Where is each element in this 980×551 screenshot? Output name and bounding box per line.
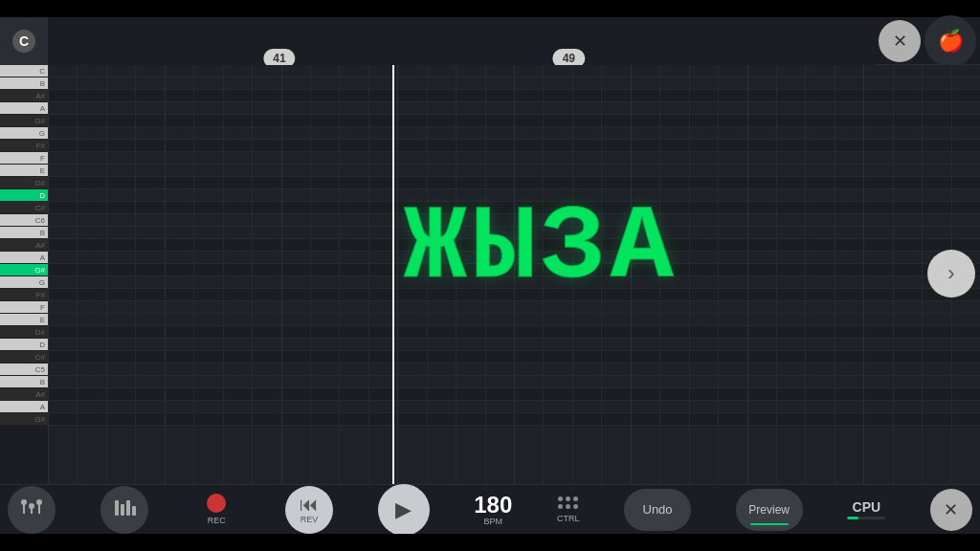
grid-vline	[631, 65, 632, 484]
rev-icon: ⏮	[300, 495, 319, 514]
bottom-toolbar: REC ⏮ REV ▶ 180 BPM	[0, 484, 980, 534]
piano-key[interactable]: G	[0, 276, 48, 289]
chevron-right-icon: ›	[947, 261, 954, 286]
piano-key[interactable]: F	[0, 152, 48, 165]
grid-vline	[747, 65, 748, 484]
ctrl-dot	[573, 504, 578, 509]
bpm-number: 180	[474, 494, 512, 517]
grid-vline	[572, 65, 573, 484]
right-panel: ›	[923, 130, 980, 417]
svg-rect-11	[132, 506, 136, 516]
ctrl-dot	[558, 496, 563, 501]
preview-underline	[750, 523, 789, 525]
piano-key[interactable]: B	[0, 77, 48, 90]
cpu-fill	[847, 517, 858, 519]
ctrl-label: CTRL	[557, 514, 580, 523]
ctrl-dot	[573, 496, 578, 501]
piano-key[interactable]: A#	[0, 90, 48, 102]
grid-vline	[281, 65, 282, 484]
piano-key[interactable]: A#	[0, 388, 48, 401]
grid-vline	[252, 65, 253, 484]
scroll-right-button[interactable]: ›	[927, 250, 975, 298]
fruit-button[interactable]: 🍎	[924, 15, 976, 67]
svg-point-5	[21, 499, 27, 505]
svg-point-7	[36, 499, 42, 505]
close-icon: ✕	[893, 31, 907, 52]
piano-key[interactable]: D	[0, 189, 48, 202]
grid-vline	[776, 65, 777, 484]
piano-key[interactable]: D#	[0, 326, 48, 339]
grid-vline	[48, 65, 49, 484]
grid-vline	[514, 65, 515, 484]
preview-button[interactable]: Preview	[736, 489, 803, 531]
play-button[interactable]: ▶	[378, 484, 430, 536]
piano-key[interactable]: D	[0, 339, 48, 351]
piano-key[interactable]: F#	[0, 289, 48, 301]
grid-vline	[893, 65, 894, 484]
grid-vline	[165, 65, 166, 484]
grid-vline	[339, 65, 340, 484]
grid-vline	[310, 65, 311, 484]
undo-button[interactable]: Undo	[624, 489, 691, 531]
top-bar	[0, 0, 980, 17]
piano-key[interactable]: A#	[0, 239, 48, 252]
grid-vline	[77, 65, 78, 484]
cpu-display[interactable]: CPU	[847, 499, 885, 519]
piano-key[interactable]: F#	[0, 140, 48, 152]
grid-vline	[106, 65, 107, 484]
piano-key[interactable]: C5	[0, 364, 48, 376]
mixer-icon	[20, 498, 43, 520]
piano-key[interactable]: C6	[0, 214, 48, 227]
screen: C 41 49 ✕ 🍎 CBA#AG#GF#FED#DC#C6BA#AG#GF#…	[0, 0, 980, 551]
grid-vline	[397, 65, 398, 484]
piano-key[interactable]: E	[0, 314, 48, 326]
svg-rect-9	[121, 504, 124, 516]
grid-vline	[835, 65, 835, 484]
rev-button[interactable]: ⏮ REV	[285, 486, 333, 534]
grid-vline	[485, 65, 486, 484]
bottom-bar	[0, 534, 980, 551]
piano-key[interactable]: G	[0, 127, 48, 140]
header: C 41 49	[0, 17, 980, 65]
grid-vline	[543, 65, 544, 484]
close-button[interactable]: ✕	[879, 20, 921, 62]
cpu-label: CPU	[853, 499, 881, 515]
undo-label: Undo	[643, 503, 673, 516]
grid-area[interactable]: ЖЫЗA	[48, 65, 980, 484]
piano-key[interactable]: C#	[0, 202, 48, 214]
piano-key[interactable]: D#	[0, 177, 48, 189]
piano-key[interactable]: E	[0, 165, 48, 177]
grid-vline	[805, 65, 806, 484]
main-area: CBA#AG#GF#FED#DC#C6BA#AG#GF#FED#DC#C5BA#…	[0, 65, 980, 484]
grid-vline	[193, 65, 194, 484]
ctrl-dot	[566, 504, 570, 509]
grid-vline	[223, 65, 224, 484]
piano-key[interactable]: B	[0, 376, 48, 388]
rec-button[interactable]: REC	[192, 486, 240, 534]
piano-key[interactable]: F	[0, 301, 48, 314]
piano-key[interactable]: G#	[0, 413, 48, 426]
steps-button[interactable]	[100, 486, 148, 534]
logo-button[interactable]: C	[0, 17, 48, 65]
piano-key[interactable]: A	[0, 102, 48, 115]
logo-icon: C	[10, 27, 38, 55]
piano-key[interactable]: G#	[0, 264, 48, 276]
piano-key[interactable]: G#	[0, 115, 48, 127]
bpm-display[interactable]: 180 BPM	[474, 494, 512, 526]
svg-rect-8	[115, 500, 119, 516]
mixer-button[interactable]	[8, 486, 56, 534]
piano-key[interactable]: B	[0, 227, 48, 239]
header-right: ✕ 🍎	[875, 17, 980, 65]
ctrl-button[interactable]: CTRL	[557, 496, 580, 523]
piano-key[interactable]: C	[0, 65, 48, 77]
piano-key[interactable]: A	[0, 401, 48, 413]
grid-vline	[718, 65, 719, 484]
grid-vline	[135, 65, 136, 484]
piano-key[interactable]: A	[0, 252, 48, 264]
piano-keys[interactable]: CBA#AG#GF#FED#DC#C6BA#AG#GF#FED#DC#C5BA#…	[0, 65, 48, 484]
piano-key[interactable]: C#	[0, 351, 48, 364]
grid-vline	[689, 65, 690, 484]
toolbar-close-button[interactable]: ✕	[930, 489, 972, 531]
svg-text:C: C	[19, 33, 29, 49]
grid-vline	[456, 65, 457, 484]
